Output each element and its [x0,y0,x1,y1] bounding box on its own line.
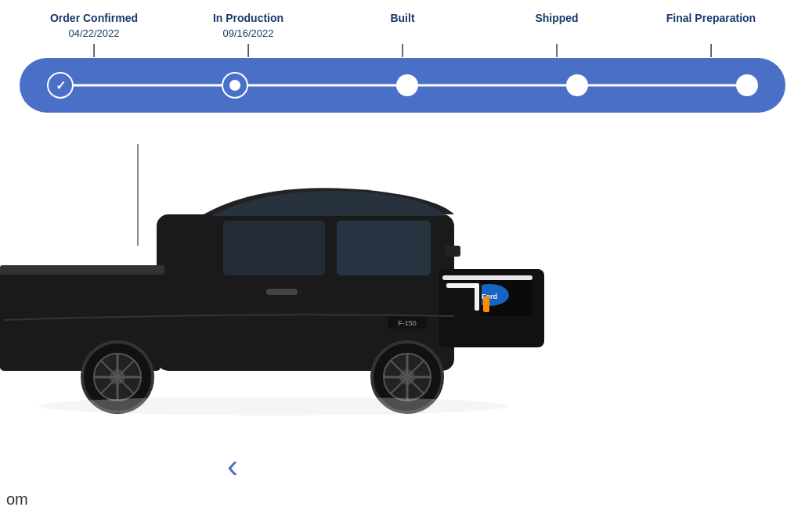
tick-4: | [506,42,608,56]
step-labels-row: Order Confirmed In Production Built Ship… [16,12,789,24]
label-built: Built [352,12,453,24]
current-inner-dot [229,80,240,91]
car-section: Ford [0,128,805,433]
date-shipped [506,27,608,39]
step-dates-row: 04/22/2022 09/16/2022 [16,27,789,39]
svg-rect-1 [337,221,431,275]
label-shipped: Shipped [506,12,608,24]
tick-5: | [660,42,762,56]
svg-rect-4 [0,265,164,275]
order-tracker: Order Confirmed In Production Built Ship… [0,0,805,113]
date-final-preparation [660,27,762,39]
node-shipped [566,74,588,96]
prev-arrow-button[interactable]: ‹ [227,448,238,485]
date-built [352,27,453,39]
svg-rect-2 [223,221,325,275]
svg-rect-30 [445,246,460,257]
bottom-text: om [6,491,28,509]
label-final-preparation: Final Preparation [660,12,762,24]
tick-2: | [197,42,299,56]
label-order-confirmed: Order Confirmed [43,12,145,24]
truck-image: Ford [0,167,548,418]
node-final-preparation [736,74,758,96]
progress-bar: ✓ [20,58,785,113]
car-image-area: Ford [0,128,805,433]
node-built [396,74,418,96]
node-order-confirmed: ✓ [47,72,74,99]
svg-rect-9 [442,275,532,280]
tick-1: | [43,42,145,56]
date-in-production: 09/16/2022 [197,27,299,39]
ticks-row: | | | | | [16,42,789,56]
steps-nodes-row: ✓ [47,72,758,99]
label-in-production: In Production [197,12,299,24]
check-icon: ✓ [56,78,66,93]
svg-rect-12 [475,283,479,311]
tick-3: | [352,42,453,56]
svg-text:F-150: F-150 [398,319,417,327]
svg-rect-11 [446,283,478,288]
node-in-production [222,72,248,99]
svg-rect-13 [483,297,489,312]
svg-rect-29 [266,289,298,295]
date-order-confirmed: 04/22/2022 [43,27,145,39]
svg-point-28 [39,397,509,415]
